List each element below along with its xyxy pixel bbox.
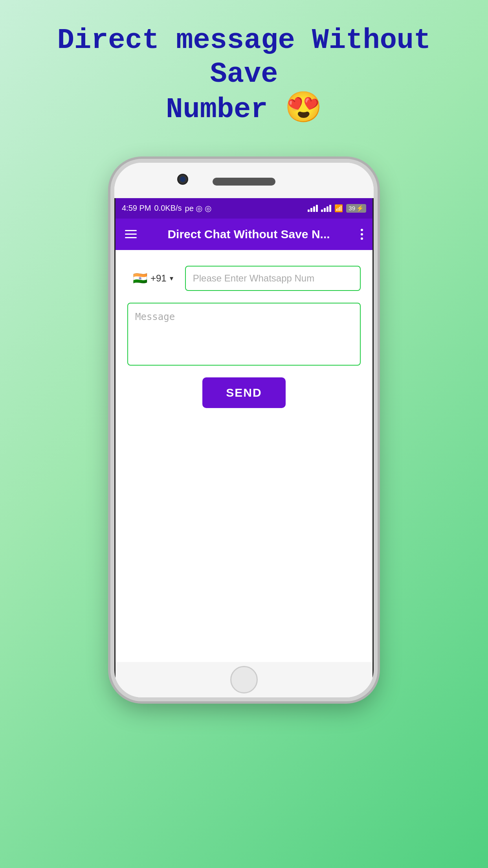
battery-bolt-icon: ⚡	[356, 205, 364, 212]
signal-bar	[308, 210, 310, 212]
send-button[interactable]: SEND	[202, 377, 285, 408]
status-icons: pe ◎ ◎	[185, 204, 211, 213]
signal-bar	[321, 210, 323, 212]
phone-number-row: 🇮🇳 +91 ▾	[127, 266, 361, 291]
hamburger-menu-button[interactable]	[125, 230, 137, 238]
camera-lens	[180, 177, 185, 182]
signal-bars-2	[321, 205, 331, 212]
signal-bar	[327, 206, 328, 212]
signal-bar	[310, 208, 312, 212]
signal-bar	[316, 205, 318, 212]
app-content: 🇮🇳 +91 ▾ SEND	[116, 250, 372, 662]
status-bar: 4:59 PM 0.0KB/s pe ◎ ◎	[116, 198, 372, 219]
phone-bottom	[114, 662, 374, 697]
signal-bar	[313, 206, 315, 212]
phone-top	[114, 163, 374, 198]
page-title: Direct message Without Save Number 😍	[0, 24, 488, 127]
home-button[interactable]	[230, 666, 258, 693]
title-line1: Direct message Without Save	[57, 24, 431, 90]
title-emoji: 😍	[285, 92, 322, 126]
signal-bar	[329, 205, 331, 212]
hamburger-line	[125, 237, 137, 238]
hamburger-line	[125, 234, 137, 235]
status-left: 4:59 PM 0.0KB/s pe ◎ ◎	[122, 204, 211, 213]
message-input[interactable]	[127, 303, 361, 366]
india-flag-icon: 🇮🇳	[133, 271, 147, 285]
country-code: +91	[150, 273, 167, 284]
more-dot	[361, 237, 363, 240]
hamburger-line	[125, 230, 137, 231]
wifi-icon: 📶	[334, 204, 343, 213]
status-time: 4:59 PM	[122, 204, 151, 213]
signal-bars-1	[308, 205, 318, 212]
app-toolbar: Direct Chat Without Save N...	[116, 219, 372, 250]
phone-speaker	[213, 178, 275, 186]
front-camera	[177, 174, 188, 185]
more-dot	[361, 233, 363, 235]
phone-screen: 4:59 PM 0.0KB/s pe ◎ ◎	[114, 198, 374, 662]
title-line2: Number	[166, 94, 268, 126]
toolbar-title: Direct Chat Without Save N...	[143, 228, 354, 241]
status-speed: 0.0KB/s	[154, 204, 182, 213]
status-right: 📶 39 ⚡	[308, 204, 366, 213]
country-selector[interactable]: 🇮🇳 +91 ▾	[127, 267, 179, 289]
phone-mockup: 4:59 PM 0.0KB/s pe ◎ ◎	[110, 159, 378, 701]
battery-percent: 39	[349, 205, 355, 211]
battery-indicator: 39 ⚡	[346, 204, 366, 213]
signal-bar	[324, 208, 326, 212]
more-options-button[interactable]	[361, 229, 363, 240]
dropdown-arrow-icon: ▾	[170, 274, 173, 283]
phone-number-input[interactable]	[185, 266, 361, 291]
more-dot	[361, 229, 363, 231]
